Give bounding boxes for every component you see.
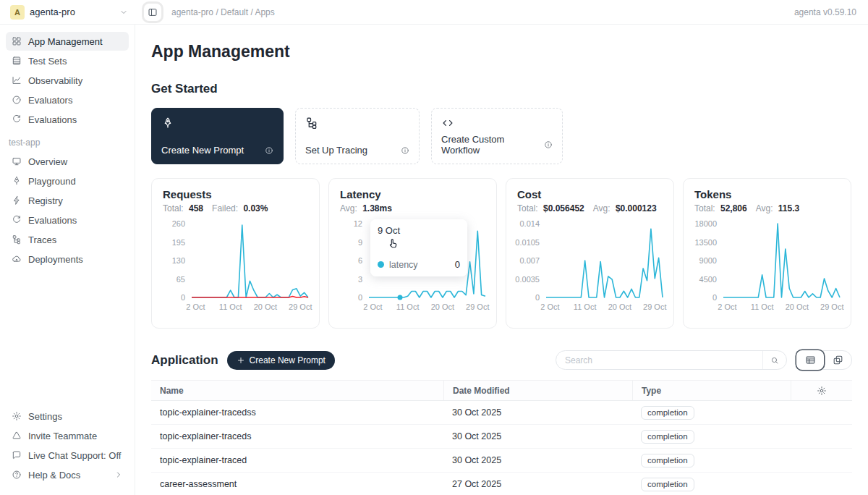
version-label: agenta v0.59.10	[794, 7, 868, 17]
column-header-date-modified[interactable]: Date Modified	[443, 381, 632, 400]
type-cell: completion	[632, 478, 791, 491]
table-row[interactable]: topic-explainer-traceds30 Oct 2025comple…	[151, 425, 852, 449]
sidebar-item-invite-teammate[interactable]: Invite Teammate	[6, 426, 129, 445]
x-axis-labels: 2 Oct11 Oct20 Oct29 Oct	[369, 302, 485, 313]
get-started-card-set-up-tracing[interactable]: Set Up Tracing	[295, 108, 420, 164]
sidebar-item-registry[interactable]: Registry	[6, 191, 129, 210]
x-axis-labels: 2 Oct11 Oct20 Oct29 Oct	[192, 302, 308, 313]
metric-card-tokens: TokensTotal: 52,806Avg: 115.304500900013…	[683, 178, 851, 329]
y-axis-labels: 00.00350.0070.01050.014	[517, 224, 546, 297]
sidebar-toggle-button[interactable]	[144, 4, 161, 21]
chart-stat: Total: 52,806	[694, 203, 747, 213]
page-title: App Management	[151, 42, 852, 62]
chart-title: Cost	[517, 188, 663, 200]
column-header-actions	[791, 381, 852, 400]
chart-plot-latency[interactable]: 9 Octlatency0	[369, 224, 485, 297]
x-axis-labels: 2 Oct11 Oct20 Oct29 Oct	[546, 302, 663, 313]
x-axis-labels: 2 Oct11 Oct20 Oct29 Oct	[723, 302, 840, 313]
sidebar-item-app-management[interactable]: App Management	[6, 32, 129, 51]
sidebar-item-overview[interactable]: Overview	[6, 152, 129, 171]
sidebar-item-help-docs[interactable]: Help & Docs	[6, 465, 129, 484]
tree-icon	[12, 234, 22, 245]
chart-stats: Total: 52,806Avg: 115.3	[694, 203, 840, 213]
date-modified-cell: 30 Oct 2025	[443, 407, 632, 418]
chart-stats: Total: 458Failed: 0.03%	[163, 203, 308, 213]
workspace-selector[interactable]: A agenta-pro	[0, 0, 135, 24]
get-started-card-create-custom-workflow[interactable]: Create Custom Workflow	[431, 108, 563, 164]
chart-plot-cost[interactable]	[546, 224, 663, 297]
metric-card-cost: CostTotal: $0.056452Avg: $0.00012300.003…	[506, 178, 674, 329]
sidebar-item-evaluations[interactable]: Evaluations	[6, 211, 129, 229]
type-cell: completion	[632, 454, 791, 468]
chart-stat: Avg: 1.38ms	[340, 203, 392, 213]
applications-table: Name Date Modified Type topic-explainer-…	[151, 380, 852, 495]
sidebar-item-evaluations[interactable]: Evaluations	[6, 110, 129, 129]
get-started-card-label: Create Custom Workflow	[441, 134, 540, 156]
search-box	[556, 350, 787, 370]
chart-stat: Total: 458	[163, 203, 203, 213]
table-body: topic-explainer-tracedss30 Oct 2025compl…	[151, 401, 852, 495]
get-started-card-create-new-prompt[interactable]: Create New Prompt	[151, 108, 284, 164]
table-view-button[interactable]	[796, 350, 824, 370]
chart-plot-requests[interactable]	[192, 224, 308, 297]
sidebar-item-live-chat-support-off[interactable]: Live Chat Support: Off	[6, 446, 129, 465]
chat-icon	[12, 450, 22, 460]
table-row[interactable]: topic-explainer-traced30 Oct 2025complet…	[151, 449, 852, 473]
get-started-heading: Get Started	[151, 82, 852, 96]
column-header-name[interactable]: Name	[151, 381, 443, 400]
plus-icon	[237, 356, 245, 365]
tooltip-date: 9 Oct	[378, 225, 460, 236]
sidebar-item-evaluators[interactable]: Evaluators	[6, 90, 129, 109]
table-row[interactable]: career-assessment27 Oct 2025completion	[151, 473, 852, 495]
create-new-prompt-button[interactable]: Create New Prompt	[227, 351, 335, 370]
tooltip-value: 0	[455, 259, 460, 270]
date-modified-cell: 30 Oct 2025	[443, 455, 632, 465]
table-settings-button[interactable]	[817, 386, 827, 396]
gear-icon	[817, 386, 827, 396]
get-started-card-label: Create New Prompt	[161, 145, 244, 156]
sidebar-item-label: Test Sets	[28, 56, 67, 67]
view-toggle	[796, 350, 852, 370]
type-badge: completion	[641, 478, 694, 491]
table-header: Name Date Modified Type	[151, 380, 852, 401]
type-badge: completion	[641, 430, 694, 444]
chart-plot-tokens[interactable]	[723, 224, 840, 297]
chart-stat: Total: $0.056452	[517, 203, 584, 213]
sidebar-item-label: App Management	[28, 36, 103, 47]
sidebar-item-test-sets[interactable]: Test Sets	[6, 51, 129, 70]
search-input[interactable]	[565, 355, 762, 365]
info-icon[interactable]	[265, 146, 273, 155]
sidebar-item-playground[interactable]: Playground	[6, 172, 129, 190]
sidebar-item-settings[interactable]: Settings	[6, 407, 129, 426]
breadcrumb[interactable]: agenta-pro / Default / Apps	[171, 7, 275, 17]
workspace-name: agenta-pro	[30, 7, 114, 17]
sidebar-item-label: Settings	[28, 411, 62, 422]
metric-card-latency: LatencyAvg: 1.38ms0369129 Octlatency02 O…	[328, 178, 497, 329]
chart-title: Tokens	[694, 188, 840, 200]
table-row[interactable]: topic-explainer-tracedss30 Oct 2025compl…	[151, 401, 852, 425]
chart-title: Latency	[340, 188, 485, 200]
info-icon[interactable]	[544, 140, 553, 149]
cloud-icon	[12, 254, 22, 264]
sidebar-item-label: Traces	[28, 234, 56, 245]
workspace-avatar: A	[10, 5, 25, 20]
card-view-button[interactable]	[824, 350, 851, 370]
chart-stat: Avg: 115.3	[756, 203, 800, 213]
sidebar-item-label: Evaluations	[28, 114, 77, 125]
column-header-type[interactable]: Type	[632, 381, 791, 400]
sidebar-item-traces[interactable]: Traces	[6, 230, 129, 249]
search-button[interactable]	[762, 351, 786, 369]
sidebar-footer: SettingsInvite TeammateLive Chat Support…	[6, 407, 129, 485]
sidebar-item-label: Observability	[28, 75, 82, 86]
sidebar-item-observability[interactable]: Observability	[6, 71, 129, 90]
topbar: A agenta-pro agenta-pro / Default / Apps…	[0, 0, 868, 25]
metrics-row: RequestsTotal: 458Failed: 0.03%065130195…	[151, 178, 852, 329]
type-badge: completion	[641, 406, 694, 420]
tree-icon	[305, 117, 409, 130]
chart-marker-dot	[397, 295, 402, 300]
chart-stat: Avg: $0.000123	[593, 203, 657, 213]
grid-icon	[12, 36, 22, 46]
sidebar-item-deployments[interactable]: Deployments	[6, 250, 129, 268]
type-cell: completion	[632, 406, 791, 420]
info-icon[interactable]	[401, 146, 409, 155]
